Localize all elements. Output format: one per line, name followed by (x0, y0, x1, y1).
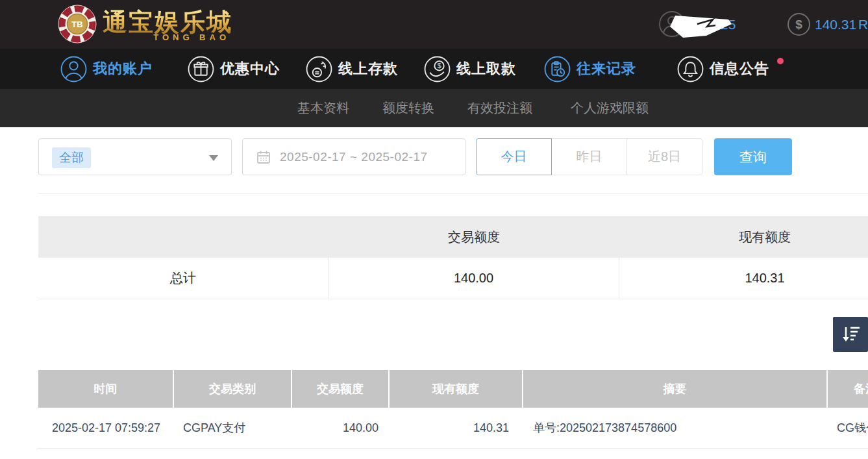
type-select[interactable]: 全部 (38, 138, 232, 175)
nav-item-records[interactable]: 往来记录 (544, 49, 636, 89)
quick-yesterday-button[interactable]: 昨日 (551, 138, 627, 175)
subnav-item-basic-info[interactable]: 基本资料 (297, 89, 349, 127)
summary-total-row: 总计 140.00 140.31 (38, 258, 868, 299)
summary-header-balance: 现有额度 (619, 216, 868, 258)
sort-descending-button[interactable] (833, 317, 868, 352)
summary-total-label: 总计 (38, 258, 329, 299)
withdraw-icon: $ (424, 56, 451, 82)
nav-item-deposit[interactable]: 线上存款 (306, 49, 398, 89)
records-icon (544, 56, 571, 82)
row-balance: 140.31 (390, 408, 523, 448)
brand-name-cn: 通宝娱乐城 (103, 9, 232, 35)
svg-text:$: $ (795, 18, 802, 31)
casino-chip-icon: TB (57, 4, 97, 47)
subnav-item-game-limits[interactable]: 个人游戏限额 (571, 89, 649, 127)
records-header-row: 时间 交易类别 交易额度 现有额度 摘要 备注 (38, 370, 868, 408)
subnav-item-valid-bets[interactable]: 有效投注额 (467, 89, 532, 127)
summary-header-amount: 交易额度 (329, 216, 619, 258)
date-range-input[interactable]: 2025-02-17 ~ 2025-02-17 (242, 138, 465, 175)
nav-item-withdraw[interactable]: $ 线上取款 (424, 49, 516, 89)
search-button[interactable]: 查询 (714, 138, 792, 175)
summary-total-amount: 140.00 (329, 258, 619, 299)
row-summary: 单号:202502173874578600 (523, 408, 828, 448)
summary-header-row: 交易额度 现有额度 (38, 216, 868, 258)
redaction-scribble (667, 9, 740, 43)
balance-currency: RMB (858, 0, 868, 49)
col-header-remark: 备注 (828, 370, 868, 408)
main-nav: 我的账户 优惠中心 线上存款 (0, 49, 868, 89)
type-selected-chip: 全部 (52, 147, 91, 168)
table-row: 2025-02-17 07:59:27 CGPAY支付 140.00 140.3… (38, 408, 868, 449)
gift-icon (188, 56, 214, 82)
col-header-type: 交易类别 (174, 370, 292, 408)
nav-item-promotions[interactable]: 优惠中心 (188, 49, 280, 89)
page: TB 通宝娱乐城 TONG BAO 25 (0, 0, 868, 459)
nav-item-announcements[interactable]: 信息公告 (677, 49, 769, 89)
deposit-icon (306, 56, 332, 82)
user-icon (60, 56, 87, 82)
brand-logo[interactable]: TB 通宝娱乐城 TONG BAO (57, 4, 232, 47)
quick-date-group: 今日 昨日 近8日 (476, 138, 702, 175)
bell-icon (677, 56, 704, 82)
balance-dollar-icon[interactable]: $ (787, 12, 811, 39)
row-time: 2025-02-17 07:59:27 (38, 408, 174, 448)
balance-amount: 140.31 (815, 0, 856, 49)
date-range-value: 2025-02-17 ~ 2025-02-17 (280, 150, 428, 164)
subnav-item-quota-transfer[interactable]: 额度转换 (382, 89, 434, 127)
row-type: CGPAY支付 (174, 408, 292, 448)
calendar-icon (256, 150, 271, 164)
nav-item-my-account[interactable]: 我的账户 (60, 49, 153, 89)
summary-total-balance: 140.31 (619, 258, 868, 299)
summary-table: 交易额度 现有额度 总计 140.00 140.31 (38, 216, 868, 299)
records-table: 时间 交易类别 交易额度 现有额度 摘要 备注 2025-02-17 07:59… (38, 370, 868, 449)
svg-text:TB: TB (71, 19, 82, 29)
col-header-summary: 摘要 (523, 370, 828, 408)
row-amount: 140.00 (292, 408, 390, 448)
brand-name: 通宝娱乐城 TONG BAO (103, 9, 232, 42)
svg-text:$: $ (438, 62, 441, 69)
top-header: TB 通宝娱乐城 TONG BAO 25 (0, 0, 868, 49)
col-header-balance: 现有额度 (390, 370, 523, 408)
section-divider (38, 193, 868, 193)
quick-8days-button[interactable]: 近8日 (626, 138, 702, 175)
row-remark: CG钱包 (828, 408, 868, 448)
col-header-amount: 交易额度 (292, 370, 390, 408)
sub-nav: 基本资料 额度转换 有效投注额 个人游戏限额 (0, 89, 868, 127)
summary-header-empty (38, 216, 329, 258)
chevron-down-icon (209, 155, 218, 161)
sort-descending-icon (839, 323, 862, 345)
quick-today-button[interactable]: 今日 (476, 138, 552, 175)
col-header-time: 时间 (38, 370, 174, 408)
notification-badge-dot (777, 58, 784, 64)
